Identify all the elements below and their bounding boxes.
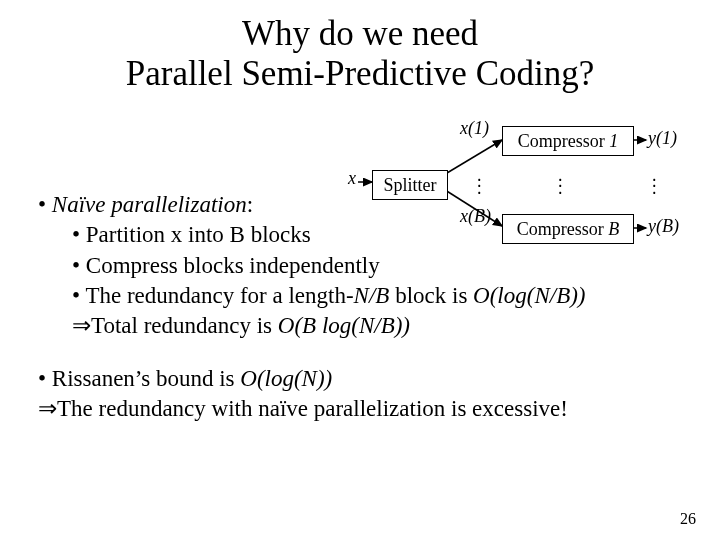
label-x1: x(1)	[460, 118, 489, 139]
page-number: 26	[680, 510, 696, 528]
compressor-1-box: Compressor 1	[502, 126, 634, 156]
compressor-1-label: Compressor 1	[518, 131, 619, 152]
vdots-3: ...	[652, 172, 657, 191]
bullet-naive: Naïve parallelization	[52, 192, 247, 217]
slide-title: Why do we need Parallel Semi-Predictive …	[0, 0, 720, 95]
vdots-2: ...	[558, 172, 563, 191]
bullet-excessive: ⇒The redundancy with naïve parallelizati…	[38, 394, 698, 424]
bullet-rissanen: Rissanen’s bound is O(log(N))	[38, 364, 698, 394]
body-text: Naïve parallelization: Partition x into …	[38, 190, 698, 425]
title-line1: Why do we need	[242, 14, 478, 53]
label-y1: y(1)	[648, 128, 677, 149]
bullet-redundancy: The redundancy for a length-N/B block is…	[72, 281, 698, 311]
bullet-total: ⇒Total redundancy is O(B log(N/B))	[72, 311, 698, 341]
title-line2: Parallel Semi-Predictive Coding?	[126, 54, 595, 93]
svg-line-1	[442, 140, 502, 176]
vdots-1: ...	[477, 172, 482, 191]
bullet-compress: Compress blocks independently	[72, 251, 698, 281]
bullet-partition: Partition x into B blocks	[72, 220, 698, 250]
label-x: x	[348, 168, 356, 189]
